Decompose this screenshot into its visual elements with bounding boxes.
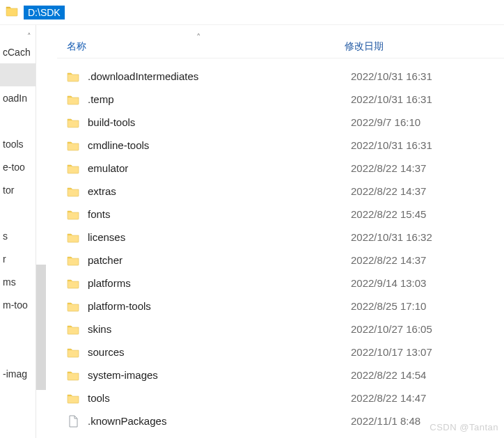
nav-item-label: r xyxy=(3,253,6,265)
folder-icon xyxy=(65,163,81,174)
file-date: 2022/9/14 13:03 xyxy=(351,277,426,289)
file-row[interactable]: platform-tools 2022/8/25 17:10 xyxy=(57,295,504,318)
file-row[interactable]: emulator 2022/8/22 14:37 xyxy=(57,157,504,180)
file-row[interactable]: licenses 2022/10/31 16:32 xyxy=(57,226,504,249)
nav-item-label: m-too xyxy=(3,299,28,311)
nav-item-label: -imag xyxy=(3,368,27,380)
file-name: .temp xyxy=(88,93,351,105)
nav-item-label: tools xyxy=(3,139,24,150)
file-name: extras xyxy=(88,185,351,197)
file-icon xyxy=(65,415,81,428)
nav-item[interactable] xyxy=(0,316,36,339)
file-date: 2022/10/31 16:31 xyxy=(351,139,432,151)
file-list-pane: 名称 ˄ 修改日期 .downloadIntermediates 2022/10… xyxy=(36,25,504,438)
file-row[interactable]: .temp 2022/10/31 16:31 xyxy=(57,88,504,111)
nav-item[interactable]: oadIn xyxy=(0,86,36,109)
address-bar[interactable]: D:\SDK xyxy=(0,0,504,25)
file-date: 2022/8/22 14:37 xyxy=(351,162,426,174)
nav-item-label: ms xyxy=(3,276,16,288)
nav-tree[interactable]: ˄ cCach oadIn tools e-too tor s r ms m-t… xyxy=(0,25,36,438)
file-date: 2022/8/22 14:37 xyxy=(351,185,426,197)
nav-item[interactable] xyxy=(0,339,36,362)
file-date: 2022/10/27 16:05 xyxy=(351,323,432,335)
file-name: .knownPackages xyxy=(88,415,351,427)
nav-item[interactable]: cCach xyxy=(0,40,36,63)
address-path[interactable]: D:\SDK xyxy=(24,6,65,19)
folder-icon xyxy=(65,71,81,82)
nav-item-label: oadIn xyxy=(3,93,27,104)
folder-icon xyxy=(65,186,81,197)
folder-icon xyxy=(65,370,81,381)
file-row[interactable]: extras 2022/8/22 14:37 xyxy=(57,180,504,203)
nav-item[interactable] xyxy=(0,109,36,132)
file-date: 2022/8/22 15:45 xyxy=(351,208,426,220)
nav-item-label: e-too xyxy=(3,162,25,173)
file-name: platform-tools xyxy=(88,300,351,312)
file-name: tools xyxy=(88,392,351,404)
nav-item[interactable] xyxy=(0,63,36,86)
folder-icon xyxy=(65,347,81,358)
folder-icon xyxy=(65,301,81,312)
nav-item[interactable]: ms xyxy=(0,270,36,293)
file-name: fonts xyxy=(88,208,351,220)
folder-icon xyxy=(65,232,81,243)
folder-icon xyxy=(65,324,81,335)
file-name: emulator xyxy=(88,162,351,174)
file-name: platforms xyxy=(88,277,351,289)
nav-item-label: s xyxy=(3,230,8,242)
file-name: system-images xyxy=(88,369,351,381)
nav-item[interactable]: e-too xyxy=(0,155,36,178)
nav-item[interactable]: -imag xyxy=(0,362,36,385)
nav-item[interactable]: tor xyxy=(0,178,36,201)
file-name: licenses xyxy=(88,231,351,243)
file-name: build-tools xyxy=(88,116,351,128)
nav-item[interactable]: s xyxy=(0,224,36,247)
file-date: 2022/11/1 8:48 xyxy=(351,415,420,427)
column-header-date[interactable]: 修改日期 xyxy=(342,40,384,53)
nav-item[interactable]: r xyxy=(0,247,36,270)
column-date-label: 修改日期 xyxy=(345,40,384,52)
file-name: sources xyxy=(88,346,351,358)
file-row[interactable]: .downloadIntermediates 2022/10/31 16:31 xyxy=(57,65,504,88)
folder-icon xyxy=(65,393,81,404)
file-date: 2022/8/22 14:54 xyxy=(351,369,426,381)
file-date: 2022/10/31 16:31 xyxy=(351,70,432,82)
file-name: patcher xyxy=(88,254,351,266)
folder-icon xyxy=(65,255,81,266)
file-name: .downloadIntermediates xyxy=(88,70,351,82)
sort-ascending-icon: ˄ xyxy=(196,32,201,42)
file-date: 2022/10/31 16:31 xyxy=(351,93,432,105)
column-header-name[interactable]: 名称 ˄ xyxy=(57,40,342,53)
column-name-label: 名称 xyxy=(67,40,86,52)
nav-item[interactable]: tools xyxy=(0,132,36,155)
file-row[interactable]: platforms 2022/9/14 13:03 xyxy=(57,272,504,295)
file-date: 2022/10/17 13:07 xyxy=(351,346,432,358)
folder-icon xyxy=(65,140,81,151)
column-headers-row: 名称 ˄ 修改日期 xyxy=(57,25,504,58)
file-row[interactable]: patcher 2022/8/22 14:37 xyxy=(57,249,504,272)
file-row[interactable]: tools 2022/8/22 14:47 xyxy=(57,386,504,409)
file-row[interactable]: skins 2022/10/27 16:05 xyxy=(57,318,504,341)
file-date: 2022/8/22 14:37 xyxy=(351,254,426,266)
file-row[interactable]: sources 2022/10/17 13:07 xyxy=(57,341,504,363)
file-row[interactable]: cmdline-tools 2022/10/31 16:31 xyxy=(57,134,504,157)
file-date: 2022/8/22 14:47 xyxy=(351,392,426,404)
watermark-text: CSDN @Tantan xyxy=(430,422,498,432)
file-row[interactable]: fonts 2022/8/22 15:45 xyxy=(57,203,504,226)
folder-icon xyxy=(65,278,81,289)
folder-icon xyxy=(6,6,18,19)
file-name: skins xyxy=(88,323,351,335)
file-date: 2022/9/7 16:10 xyxy=(351,116,420,128)
file-row[interactable]: system-images 2022/8/22 14:54 xyxy=(57,363,504,386)
chevron-up-icon[interactable]: ˄ xyxy=(27,32,31,41)
file-date: 2022/10/31 16:32 xyxy=(351,231,432,243)
nav-item[interactable]: m-too xyxy=(0,293,36,316)
folder-icon xyxy=(65,94,81,105)
file-list: .downloadIntermediates 2022/10/31 16:31 … xyxy=(57,58,504,432)
file-name: cmdline-tools xyxy=(88,139,351,151)
file-row[interactable]: build-tools 2022/9/7 16:10 xyxy=(57,111,504,134)
nav-item[interactable] xyxy=(0,201,36,224)
nav-item-label: tor xyxy=(3,185,14,196)
nav-item-label: cCach xyxy=(3,47,31,58)
file-date: 2022/8/25 17:10 xyxy=(351,300,426,312)
